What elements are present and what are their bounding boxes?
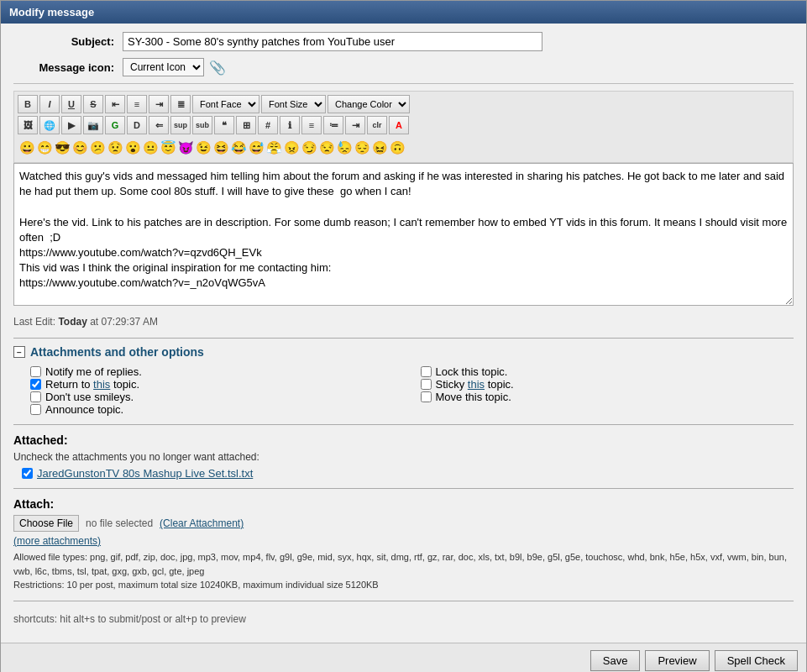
align-center-button[interactable]: ≡ [127,95,147,113]
subject-label: Subject: [13,35,123,48]
smiley-18[interactable]: 😒 [319,140,335,155]
choose-file-button[interactable]: Choose File [13,515,79,532]
attached-file-label[interactable]: JaredGunstonTV 80s Mashup Live Set.tsl.t… [37,467,253,480]
message-textarea[interactable]: Watched this guy's vids and messaged him… [13,163,794,306]
allowed-types-text: Allowed file types: png, gif, pdf, zip, … [13,550,794,592]
notify-checkbox[interactable] [30,366,41,377]
last-edit-day: Today [58,316,86,328]
ordered-list-button[interactable]: ≔ [323,116,343,134]
lock-checkbox[interactable] [421,366,432,377]
smiley-5[interactable]: 😕 [90,140,106,155]
shadow-button[interactable]: D [127,116,147,134]
subscript-button[interactable]: sub [192,116,212,134]
shortcuts-text: shortcuts: hit alt+s to submit/post or a… [13,613,246,625]
clear-format-button[interactable]: clr [367,116,387,134]
attached-file-checkbox[interactable] [22,468,33,479]
smiley-9[interactable]: 😇 [160,140,176,155]
insert-link-button[interactable]: 🌐 [39,116,60,134]
section-divider-3 [13,488,794,489]
unordered-list-button[interactable]: ≡ [301,116,322,134]
attached-desc: Uncheck the attachments you no longer wa… [13,451,794,463]
icon-select[interactable]: Current Icon No Icon Smiley [123,58,204,76]
save-button[interactable]: Save [590,650,641,671]
smiley-4[interactable]: 😊 [72,140,88,155]
insert-media-button[interactable]: 📷 [83,116,103,134]
last-edit-time: at 07:29:37 AM [90,316,158,328]
quote-button[interactable]: ❝ [214,116,234,134]
smiley-6[interactable]: 😟 [107,140,123,155]
align-justify-button[interactable]: ≣ [170,95,191,113]
more-attachments-link[interactable]: (more attachments) [13,535,794,547]
toolbar-row-1: B I U S ⇤ ≡ ⇥ ≣ Font Face Font Size Chan… [18,95,789,113]
smiley-12[interactable]: 😆 [213,140,229,155]
move-checkbox[interactable] [421,391,432,402]
smiley-17[interactable]: 😏 [301,140,317,155]
smiley-13[interactable]: 😂 [231,140,247,155]
indent-button[interactable]: ⇥ [345,116,365,134]
smiley-22[interactable]: 🙃 [390,140,406,155]
allowed-types-label: Allowed file types: [13,552,87,562]
italic-button[interactable]: I [39,95,60,113]
attach-row: Choose File no file selected (Clear Atta… [13,515,794,532]
smiley-10[interactable]: 😈 [178,140,194,155]
last-edit-label: Last Edit: [13,316,55,328]
strikethrough-button[interactable]: S [83,95,103,113]
font-face-select[interactable]: Font Face [192,95,259,113]
smiley-2[interactable]: 😁 [37,140,53,155]
clear-attachment-link[interactable]: (Clear Attachment) [160,517,244,529]
superscript-button[interactable]: sup [170,116,191,134]
table-button[interactable]: ⊞ [236,116,256,134]
insert-flash-button[interactable]: ▶ [61,116,81,134]
title-bar: Modify message [1,1,806,24]
info-button[interactable]: ℹ [280,116,300,134]
preview-button[interactable]: Preview [645,650,709,671]
smiley-7[interactable]: 😮 [125,140,141,155]
insert-image-button[interactable]: 🖼 [18,116,38,134]
font-size-select[interactable]: Font Size [261,95,326,113]
section-divider-4 [13,601,794,601]
smiley-20[interactable]: 😔 [354,140,370,155]
subject-input[interactable] [123,32,542,51]
bottom-bar: Save Preview Spell Check [1,643,806,673]
restrictions-text: Restrictions: 10 per post, maximum total… [13,580,379,590]
smiley-14[interactable]: 😅 [249,140,265,155]
smiley-16[interactable]: 😠 [284,140,300,155]
smiley-3[interactable]: 😎 [55,140,71,155]
allowed-types-values: png, gif, pdf, zip, doc, jpg, mp3, mov, … [13,552,787,576]
collapse-button[interactable]: − [13,346,25,358]
smiley-1[interactable]: 😀 [19,140,35,155]
change-color-select[interactable]: Change Color [328,95,410,113]
smiley-11[interactable]: 😉 [196,140,212,155]
bold-button[interactable]: B [18,95,38,113]
glow-button[interactable]: G [105,116,125,134]
no-file-text: no file selected [86,517,153,529]
announce-checkbox[interactable] [30,404,41,415]
no-smileys-checkbox[interactable] [30,391,41,402]
hr-button[interactable]: # [258,116,278,134]
smiley-19[interactable]: 😓 [337,140,353,155]
option-announce: Announce topic. [30,403,404,416]
font-color-button[interactable]: A [389,116,409,134]
smiley-8[interactable]: 😐 [143,140,159,155]
sticky-checkbox[interactable] [421,379,432,390]
options-right: Lock this topic. Sticky this topic. Move… [421,365,794,416]
underline-button[interactable]: U [61,95,81,113]
option-move: Move this topic. [421,391,794,403]
shortcuts: shortcuts: hit alt+s to submit/post or a… [13,608,794,630]
return-label: Return to this topic. [45,378,139,391]
subject-row: Subject: [13,32,794,51]
option-sticky: Sticky this topic. [421,378,794,391]
move-button[interactable]: ⇐ [149,116,169,134]
smiley-21[interactable]: 😖 [372,140,388,155]
attachments-section-title: Attachments and other options [30,345,204,359]
smiley-15[interactable]: 😤 [266,140,282,155]
message-icon-row: Message icon: Current Icon No Icon Smile… [13,58,794,76]
sticky-label: Sticky this topic. [436,378,514,391]
align-left-button[interactable]: ⇤ [105,95,125,113]
spell-check-button[interactable]: Spell Check [715,650,798,671]
last-edit: Last Edit: Today at 07:29:37 AM [13,312,794,331]
align-right-button[interactable]: ⇥ [149,95,169,113]
section-divider-1 [13,338,794,339]
attached-file: JaredGunstonTV 80s Mashup Live Set.tsl.t… [22,467,794,480]
return-checkbox[interactable] [30,379,41,390]
